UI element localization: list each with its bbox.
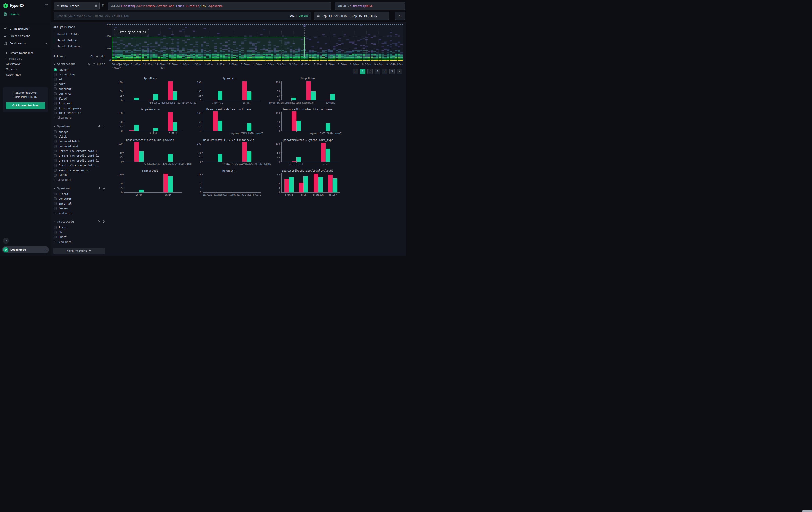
clear-all-button[interactable]: Clear all (90, 55, 105, 58)
checkbox[interactable] (54, 92, 57, 95)
filter-option-error-the-credit-card-[interactable]: Error: The credit card (… (53, 149, 105, 154)
page-next-button[interactable]: › (397, 69, 402, 74)
sidebar-item-services[interactable]: Services (0, 66, 51, 72)
checkbox[interactable]: ✓ (54, 68, 57, 71)
analysis-mode-results-table[interactable]: Results Table (54, 31, 105, 37)
filter-option-load-generator[interactable]: load-generator (53, 111, 105, 115)
filter-option-expire[interactable]: EXPIRE (53, 173, 105, 178)
more-filters-button[interactable]: More filters (53, 248, 105, 254)
analysis-mode-event-patterns[interactable]: Event Patterns (54, 44, 105, 49)
checkbox[interactable] (54, 78, 57, 81)
page-prev-button[interactable]: ‹ (353, 69, 358, 74)
page-button-3[interactable]: 3 (375, 69, 380, 74)
filter-option-checkout[interactable]: checkout (53, 87, 105, 91)
sidebar-item-search[interactable]: Search (0, 10, 51, 18)
clear-filter-button[interactable]: Clear (97, 62, 105, 66)
search-icon[interactable] (97, 187, 100, 190)
heatmap-canvas[interactable] (112, 25, 403, 61)
lucene-mode-toggle[interactable]: Lucene (299, 14, 309, 17)
checkbox[interactable] (54, 140, 57, 143)
run-query-button[interactable]: ▷ (395, 12, 405, 20)
filter-option-currency[interactable]: currency (53, 91, 105, 97)
show-more-link[interactable]: Show more (53, 178, 105, 182)
checkbox[interactable] (54, 164, 57, 167)
checkbox[interactable] (54, 111, 57, 114)
filter-option-cart[interactable]: cart (53, 82, 105, 87)
checkbox[interactable] (54, 159, 57, 162)
filter-section-header[interactable]: SpanName (53, 125, 105, 128)
filter-option-ad[interactable]: ad (53, 77, 105, 82)
checkbox[interactable] (54, 169, 57, 172)
search-icon[interactable] (88, 62, 91, 65)
sidebar-item-chart-explorer[interactable]: Chart Explorer (0, 25, 51, 32)
get-started-button[interactable]: Get Started for Free (5, 102, 46, 109)
filter-option-server[interactable]: Server (53, 206, 105, 211)
checkbox[interactable] (54, 131, 57, 133)
filter-option-client[interactable]: Client (53, 192, 105, 196)
checkbox[interactable] (54, 197, 57, 200)
checkbox[interactable] (54, 207, 57, 210)
filter-section-header[interactable]: ServiceNameClear (53, 62, 105, 66)
sidebar-item-clickhouse[interactable]: ClickHouse (0, 61, 51, 66)
checkbox[interactable] (54, 173, 57, 177)
search-icon[interactable] (97, 220, 100, 223)
filter-by-selection-button[interactable]: Filter by Selection (114, 29, 149, 35)
checkbox[interactable] (54, 150, 57, 153)
filter-option-documentload[interactable]: documentLoad (53, 144, 105, 149)
checkbox[interactable] (54, 226, 57, 229)
pin-icon[interactable] (102, 220, 105, 223)
orderby-clause-input[interactable]: ORDER BY Timestamp DESC (335, 2, 405, 10)
page-button-4[interactable]: 4 (382, 69, 387, 74)
select-clause-input[interactable]: SELECT Timestamp, ServiceName, StatusCod… (108, 2, 331, 10)
local-mode-pill[interactable]: U Local mode › (2, 246, 49, 253)
filter-option-internal[interactable]: Internal (53, 201, 105, 206)
filter-option-accounting[interactable]: accounting (53, 72, 105, 77)
presets-toggle[interactable]: PRESETS (0, 56, 51, 61)
pin-icon[interactable] (92, 62, 95, 65)
filter-option-click[interactable]: click (53, 134, 105, 139)
filter-option-payment[interactable]: ✓payment (53, 68, 105, 72)
checkbox[interactable] (54, 236, 57, 238)
page-button-1[interactable]: 1 (360, 69, 365, 74)
filter-option-ok[interactable]: Ok (53, 230, 105, 235)
checkbox[interactable] (54, 135, 57, 138)
collapse-sidebar-icon[interactable] (45, 4, 48, 7)
search-icon[interactable] (97, 125, 100, 128)
checkbox[interactable] (54, 202, 57, 205)
checkbox[interactable] (54, 102, 57, 105)
checkbox[interactable] (54, 193, 57, 195)
page-button-5[interactable]: 5 (389, 69, 395, 74)
sidebar-item-client-sessions[interactable]: Client Sessions (0, 32, 51, 39)
filter-section-header[interactable]: SpanKind (53, 187, 105, 190)
source-select[interactable]: Demo Traces (54, 2, 99, 10)
search-input[interactable] (57, 14, 288, 18)
checkbox[interactable] (54, 231, 57, 234)
load-more-link[interactable]: Load more (53, 211, 105, 216)
checkbox[interactable] (54, 73, 57, 76)
date-range-picker[interactable]: Sep 14 22:04:35 - Sep 15 10:04:35 (314, 12, 389, 20)
filter-option-flagd[interactable]: flagd (53, 96, 105, 101)
filter-option-consumer[interactable]: Consumer (53, 196, 105, 201)
analysis-mode-event-deltas[interactable]: Event Deltas (54, 37, 105, 44)
checkbox[interactable] (54, 83, 57, 86)
filter-option-eventlistener-error[interactable]: eventListener.error (53, 168, 105, 173)
sql-mode-toggle[interactable]: SQL (290, 14, 295, 17)
checkbox[interactable] (54, 87, 57, 90)
filter-option-documentfetch[interactable]: documentFetch (53, 139, 105, 144)
checkbox[interactable] (54, 145, 57, 148)
pin-icon[interactable] (102, 125, 105, 128)
filter-option-frontend-proxy[interactable]: frontend-proxy (53, 106, 105, 111)
load-more-link[interactable]: Load more (53, 240, 105, 244)
filter-option-frontend[interactable]: frontend (53, 101, 105, 106)
pin-icon[interactable] (102, 187, 105, 190)
filter-section-header[interactable]: StatusCode (53, 220, 105, 223)
sidebar-item-dashboards[interactable]: Dashboards (0, 39, 51, 47)
create-dashboard-button[interactable]: Create Dashboard (0, 50, 51, 56)
show-more-link[interactable]: Show more (53, 115, 105, 120)
gear-icon[interactable]: ⚙ (102, 4, 105, 7)
help-button[interactable]: ? (3, 238, 9, 244)
filter-option-error-the-credit-card-[interactable]: Error: The credit card (… (53, 154, 105, 159)
sidebar-item-kubernetes[interactable]: Kubernetes (0, 72, 51, 78)
checkbox[interactable] (54, 97, 57, 100)
filter-option-change[interactable]: change (53, 130, 105, 134)
